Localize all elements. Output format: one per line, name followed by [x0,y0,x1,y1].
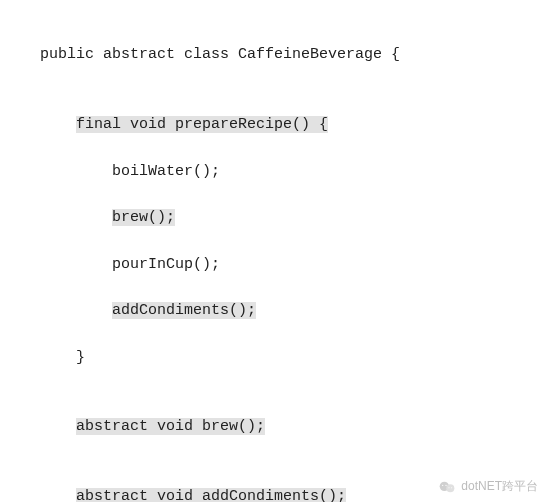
code-line: abstract void brew(); [40,415,554,438]
code-line: pourInCup(); [40,253,554,276]
highlight: brew(); [112,209,175,226]
code-line: final void prepareRecipe() { [40,113,554,136]
svg-point-5 [451,487,452,488]
code-line: boilWater(); [40,160,554,183]
code-line: brew(); [40,206,554,229]
code-line: addCondiments(); [40,299,554,322]
code-block: public abstract class CaffeineBeverage {… [0,0,554,502]
code-line: } [40,346,554,369]
svg-point-3 [446,484,447,485]
watermark: dotNET跨平台 [439,477,538,496]
svg-point-4 [449,487,450,488]
highlight: abstract void brew(); [76,418,265,435]
code-line: public abstract class CaffeineBeverage { [40,43,554,66]
watermark-label: dotNET跨平台 [461,477,538,496]
highlight: addCondiments(); [112,302,256,319]
svg-point-2 [442,484,443,485]
highlight: final void prepareRecipe() { [76,116,328,133]
highlight: abstract void addCondiments(); [76,488,346,502]
wechat-icon [439,480,455,494]
svg-point-1 [447,484,455,492]
